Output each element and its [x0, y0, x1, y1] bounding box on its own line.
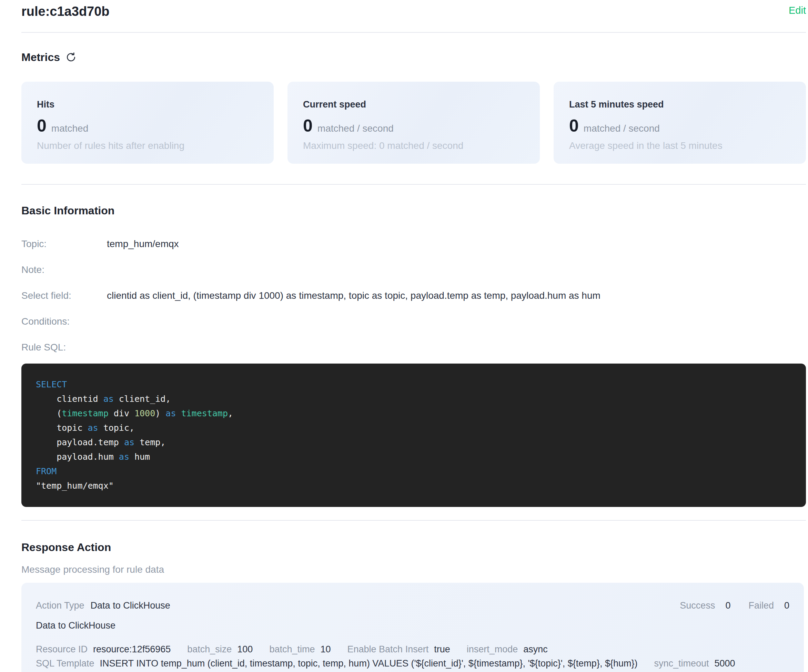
response-action-heading: Response Action — [22, 541, 806, 554]
param-value: 10 — [320, 644, 331, 655]
metrics-section: Metrics Hits 0 matched Number of rules h… — [22, 51, 806, 164]
metric-card-title: Last 5 minutes speed — [569, 99, 790, 110]
metric-value-row: 0 matched — [37, 117, 258, 135]
failed-label: Failed — [748, 600, 774, 611]
param-sql-template: SQL Template INSERT INTO temp_hum (clien… — [36, 657, 638, 670]
metrics-heading-row: Metrics — [22, 51, 806, 64]
param-value: resource:12f56965 — [93, 644, 170, 655]
info-value: clientid as client_id, (timestamp div 10… — [107, 290, 601, 301]
action-card: Action Type Data to ClickHouse Success 0… — [22, 583, 804, 672]
info-row-rule-sql: Rule SQL: — [22, 342, 806, 353]
basic-information-heading: Basic Information — [22, 204, 806, 217]
success-value: 0 — [725, 600, 730, 611]
success-label: Success — [680, 600, 715, 611]
metric-unit: matched — [51, 123, 88, 134]
basic-information-rows: Topic: temp_hum/emqx Note: Select field:… — [22, 238, 806, 353]
metric-description: Average speed in the last 5 minutes — [569, 140, 790, 151]
action-name: Data to ClickHouse — [36, 620, 790, 631]
info-row-select-field: Select field: clientid as client_id, (ti… — [22, 290, 806, 301]
metric-card-current-speed: Current speed 0 matched / second Maximum… — [287, 82, 540, 164]
titlebar: rule:c1a3d70b Edit — [22, 3, 806, 19]
response-action-subtitle: Message processing for rule data — [22, 564, 806, 575]
info-label: Rule SQL: — [22, 342, 107, 353]
metric-unit: matched / second — [317, 123, 394, 134]
param-label: batch_size — [187, 644, 232, 655]
param-value: true — [434, 644, 450, 655]
section-divider — [22, 32, 806, 33]
info-row-topic: Topic: temp_hum/emqx — [22, 238, 806, 250]
action-type-label: Action Type — [36, 600, 84, 611]
param-batch-time: batch_time 10 — [269, 644, 331, 655]
info-label: Topic: — [22, 238, 107, 250]
param-value: 100 — [237, 644, 253, 655]
info-label: Select field: — [22, 290, 107, 301]
metric-value: 0 — [569, 117, 579, 135]
action-type-value: Data to ClickHouse — [91, 600, 170, 611]
metric-card-title: Current speed — [303, 99, 524, 110]
rule-sql-code: SELECT clientid as client_id, (timestamp… — [22, 364, 806, 507]
param-label: Resource ID — [36, 644, 88, 655]
param-label: batch_time — [269, 644, 315, 655]
info-row-note: Note: — [22, 264, 806, 275]
metric-cards: Hits 0 matched Number of rules hits afte… — [22, 82, 806, 164]
edit-button[interactable]: Edit — [789, 4, 806, 17]
basic-information-section: Basic Information Topic: temp_hum/emqx N… — [22, 204, 806, 507]
rule-detail-page: rule:c1a3d70b Edit Metrics Hits 0 matche… — [0, 0, 808, 672]
param-value: INSERT INTO temp_hum (client_id, timesta… — [100, 657, 638, 670]
response-action-section: Response Action Message processing for r… — [22, 541, 806, 672]
metrics-heading: Metrics — [22, 51, 60, 64]
param-batch-size: batch_size 100 — [187, 644, 253, 655]
section-divider — [22, 520, 806, 521]
param-sync-timeout: sync_timeout 5000 — [654, 657, 735, 670]
metric-value-row: 0 matched / second — [569, 117, 790, 135]
metric-card-last-5-minutes-speed: Last 5 minutes speed 0 matched / second … — [554, 82, 806, 164]
metric-card-hits: Hits 0 matched Number of rules hits afte… — [22, 82, 274, 164]
param-value: async — [523, 644, 548, 655]
action-card-header: Action Type Data to ClickHouse Success 0… — [36, 600, 790, 611]
param-enable-batch-insert: Enable Batch Insert true — [347, 644, 450, 655]
param-label: SQL Template — [36, 657, 94, 670]
info-value: temp_hum/emqx — [107, 238, 179, 250]
param-label: Enable Batch Insert — [347, 644, 429, 655]
rule-sql-code-content: SELECT clientid as client_id, (timestamp… — [36, 379, 233, 491]
failed-stat: Failed 0 — [748, 600, 790, 611]
metric-description: Number of rules hits after enabling — [37, 140, 258, 151]
action-stats: Success 0 Failed 0 — [680, 600, 790, 611]
info-row-conditions: Conditions: — [22, 316, 806, 327]
refresh-icon[interactable] — [65, 52, 77, 63]
metric-value: 0 — [37, 117, 47, 135]
param-label: insert_mode — [467, 644, 518, 655]
param-label: sync_timeout — [654, 657, 709, 670]
param-resource-id: Resource ID resource:12f56965 — [36, 644, 170, 655]
success-stat: Success 0 — [680, 600, 730, 611]
info-label: Note: — [22, 264, 107, 275]
metric-description: Maximum speed: 0 matched / second — [303, 140, 524, 151]
metric-value-row: 0 matched / second — [303, 117, 524, 135]
page-title: rule:c1a3d70b — [22, 3, 110, 19]
param-insert-mode: insert_mode async — [467, 644, 548, 655]
action-params: Resource ID resource:12f56965 batch_size… — [36, 644, 790, 670]
section-divider — [22, 184, 806, 185]
metric-unit: matched / second — [584, 123, 660, 134]
metric-value: 0 — [303, 117, 313, 135]
metric-card-title: Hits — [37, 99, 258, 110]
param-value: 5000 — [715, 657, 735, 670]
action-type: Action Type Data to ClickHouse — [36, 600, 170, 611]
failed-value: 0 — [784, 600, 790, 611]
info-label: Conditions: — [22, 316, 107, 327]
